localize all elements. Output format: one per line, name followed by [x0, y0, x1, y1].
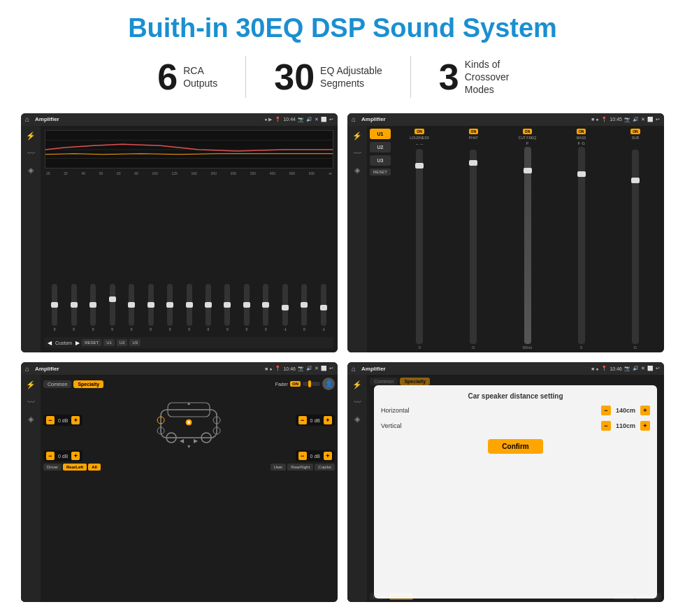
eq-slider-11: 0: [257, 284, 274, 331]
eq-sidebar-icon2[interactable]: 〰: [27, 149, 35, 157]
dialog-pin-icon: 📍: [601, 366, 607, 371]
db-plus-3[interactable]: +: [71, 452, 80, 460]
dialog-horizontal-row: Horizontal − 140cm +: [381, 406, 650, 415]
dialog-vertical-row: Vertical − 110cm +: [381, 421, 650, 431]
cross-tab-common[interactable]: Common: [43, 380, 71, 388]
amp-controls: ON LOUDNESS ~~ 0 ON PHAT G: [394, 129, 661, 350]
cross-settings-icon[interactable]: 👤: [322, 378, 335, 390]
dialog-sidebar-icon1[interactable]: ⚡: [352, 380, 362, 389]
cross-dots: ■ ●: [265, 366, 272, 371]
loudness-slider[interactable]: [416, 149, 423, 345]
eq-u1-btn[interactable]: U1: [103, 339, 115, 346]
amp-screen-title: Amplifier: [361, 116, 589, 122]
db-plus-4[interactable]: +: [324, 452, 332, 460]
amp-back-icon[interactable]: ↩: [656, 117, 660, 122]
sub-on-badge: ON: [630, 129, 640, 134]
home-icon[interactable]: ⌂: [25, 115, 29, 123]
db-control-1: − 0 dB +: [43, 415, 82, 426]
cross-btn-user[interactable]: User: [271, 464, 287, 471]
svg-text:◀: ◀: [180, 438, 185, 444]
amp-vol-icon: 🔊: [633, 117, 639, 122]
amp-sidebar-icon2[interactable]: 〰: [354, 149, 361, 157]
cross-sidebar-icon1[interactable]: ⚡: [26, 380, 36, 389]
cross-btn-rearleft[interactable]: RearLeft: [63, 464, 87, 471]
sub-slider[interactable]: [632, 150, 639, 345]
cross-tab-specialty[interactable]: Specialty: [73, 380, 103, 388]
fader-track[interactable]: [303, 382, 320, 386]
eq-slider-8: 0: [200, 284, 217, 331]
db-plus-2[interactable]: +: [324, 416, 332, 424]
bass-slider[interactable]: [578, 147, 585, 345]
amp-reset-btn[interactable]: RESET: [370, 169, 391, 176]
db-minus-3[interactable]: −: [46, 452, 55, 460]
dialog-status: 📍 10:46 📷 🔊 ✕ ⬜ ↩: [601, 366, 660, 371]
eq-prev-btn[interactable]: ◀: [48, 340, 52, 346]
bass-label: BASS: [577, 136, 586, 140]
cross-btn-driver[interactable]: Driver: [43, 464, 62, 471]
db-minus-2[interactable]: −: [298, 416, 307, 424]
stat-rca-desc: RCA Outputs: [183, 64, 217, 89]
cross-btn-all[interactable]: All: [88, 464, 101, 471]
eq-cam-icon: 📷: [298, 117, 304, 122]
svg-text:▲: ▲: [187, 401, 192, 406]
cross-vol-icon: 🔊: [306, 366, 312, 371]
eq-play-btn[interactable]: ▶: [75, 340, 80, 346]
vertical-plus-btn[interactable]: +: [640, 421, 650, 431]
cross-content: ⚡ 〰 ◈ Common Specialty Fader ON: [21, 375, 338, 602]
horizontal-plus-btn[interactable]: +: [640, 406, 650, 415]
amp-sidebar-icon3[interactable]: ◈: [354, 166, 360, 175]
amp-status: 📍 10:45 📷 🔊 ✕ ⬜ ↩: [601, 117, 660, 122]
cross-sidebar-icon3[interactable]: ◈: [28, 415, 34, 424]
cross-sidebar: ⚡ 〰 ◈: [21, 375, 41, 602]
eq-graph-svg: [45, 131, 333, 168]
dialog-back-icon[interactable]: ↩: [656, 366, 660, 371]
dialog-screen-title: Amplifier: [361, 366, 589, 372]
horizontal-minus-btn[interactable]: −: [601, 406, 611, 415]
cutfreq-slider[interactable]: [524, 147, 531, 345]
amp-preset-u1[interactable]: U1: [370, 129, 391, 139]
eq-dots: ● ▶: [264, 117, 272, 122]
dialog-sidebar-icon3[interactable]: ◈: [354, 415, 360, 424]
eq-u2-btn[interactable]: U2: [117, 339, 128, 346]
cross-btn-rearright[interactable]: RearRight: [287, 464, 313, 471]
db-minus-1[interactable]: −: [46, 416, 55, 424]
screenshots-grid: ⌂ Amplifier ● ▶ 📍 10:44 📷 🔊 ✕ ⬜ ↩ ⚡ 〰 ◈: [21, 113, 664, 602]
eq-sidebar-icon1[interactable]: ⚡: [26, 131, 36, 141]
confirm-button[interactable]: Confirm: [488, 439, 542, 454]
amp-home-icon[interactable]: ⌂: [352, 115, 356, 123]
eq-reset-btn[interactable]: RESET: [82, 339, 101, 346]
cross-bottom-btns: Driver RearLeft All User RearRight Copil…: [43, 464, 335, 471]
dialog-home-icon[interactable]: ⌂: [352, 365, 356, 373]
amp-preset-u3[interactable]: U3: [370, 155, 391, 166]
amp-cam-icon: 📷: [624, 117, 630, 122]
eq-sidebar-icon3[interactable]: ◈: [28, 166, 34, 175]
amp-x-icon: ✕: [641, 117, 645, 122]
db-plus-1[interactable]: +: [71, 416, 80, 424]
stats-row: 6 RCA Outputs 30 EQ Adjustable Segments …: [21, 56, 664, 98]
loudness-on-badge: ON: [414, 129, 424, 134]
amp-presets: U1 U2 U3 RESET: [370, 129, 391, 350]
db-val-2: 0 dB: [308, 418, 322, 423]
cross-sidebar-icon2[interactable]: 〰: [27, 398, 35, 406]
cross-home-icon[interactable]: ⌂: [25, 365, 29, 373]
amp-preset-u2[interactable]: U2: [370, 142, 391, 152]
db-control-3: − 0 dB +: [43, 450, 82, 461]
db-control-4: − 0 dB +: [296, 450, 335, 461]
eq-expand-icon: ⬜: [321, 117, 327, 122]
phat-slider[interactable]: [470, 150, 477, 345]
vertical-minus-btn[interactable]: −: [601, 421, 611, 431]
eq-back-icon[interactable]: ↩: [329, 117, 333, 122]
db-control-2: − 0 dB +: [296, 415, 335, 426]
cross-topbar: ⌂ Amplifier ■ ● 📍 10:46 📷 🔊 ✕ ⬜ ↩: [21, 362, 338, 375]
eq-u3-btn[interactable]: U3: [129, 339, 140, 346]
vertical-label: Vertical: [381, 422, 597, 429]
cross-btn-copilot[interactable]: Copilot: [315, 464, 335, 471]
cross-back-icon[interactable]: ↩: [329, 366, 333, 371]
eq-slider-9: 0: [219, 284, 236, 331]
cross-screenshot: ⌂ Amplifier ■ ● 📍 10:46 📷 🔊 ✕ ⬜ ↩ ⚡ 〰 ◈: [21, 362, 338, 602]
dialog-sidebar-icon2[interactable]: 〰: [354, 398, 361, 406]
db-minus-4[interactable]: −: [298, 452, 307, 460]
amp-sidebar-icon1[interactable]: ⚡: [352, 131, 362, 141]
dialog-dots: ■ ●: [591, 366, 598, 371]
eq-pin-icon: 📍: [275, 117, 281, 122]
